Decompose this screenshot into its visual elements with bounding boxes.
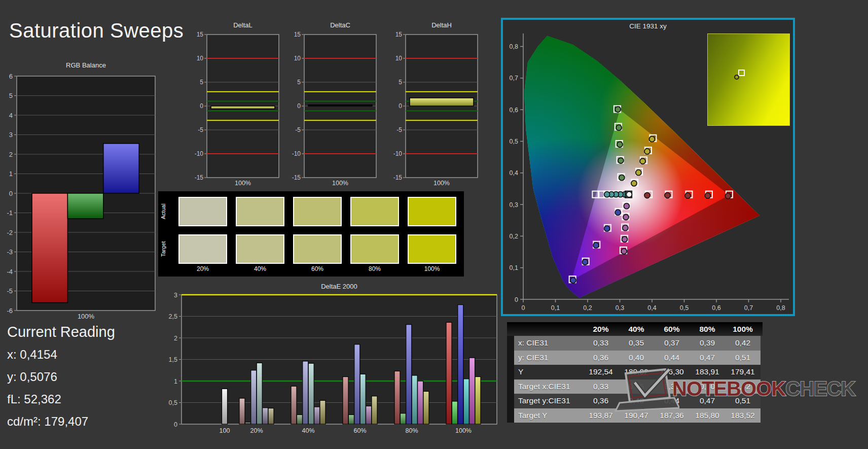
measured-marker — [615, 107, 621, 112]
bar — [291, 386, 297, 424]
column-header: 40% — [619, 322, 654, 336]
tick-label: -5 — [396, 126, 402, 133]
bar — [469, 358, 475, 424]
measured-marker — [649, 136, 655, 142]
tick-label: 4 — [9, 112, 13, 119]
x-tick-label: 0,1 — [551, 304, 560, 312]
y-tick-label: 0,8 — [510, 43, 518, 50]
row-value: 0,39 — [690, 336, 725, 351]
table-row: y: CIE310,360,400,440,470,51 — [507, 351, 763, 365]
y-tick-label: 0,4 — [510, 169, 518, 177]
x-axis-label: 80% — [405, 427, 418, 434]
tick-label: 0 — [297, 102, 301, 110]
measured-marker — [665, 193, 670, 198]
y-tick-label: 0,5 — [510, 138, 518, 145]
tick-label: 10 — [197, 55, 204, 62]
bar — [308, 363, 314, 424]
tick-label: 0,5 — [169, 399, 177, 406]
tick-label: 15 — [197, 31, 204, 38]
tick-label: 10 — [395, 55, 403, 62]
tick-label: 1,5 — [169, 356, 177, 363]
bar — [412, 375, 417, 424]
swatch-percent-label: 20% — [178, 265, 227, 272]
swatch-percent-label: 100% — [408, 265, 456, 272]
column-header: 60% — [654, 322, 690, 336]
row-strip-cell — [507, 336, 514, 351]
row-strip-cell — [507, 351, 514, 365]
delta-c-xlabel: 100% — [304, 180, 376, 187]
measured-marker — [570, 278, 576, 283]
y-tick-label: 0 — [515, 296, 518, 303]
target-swatch-40% — [236, 234, 284, 264]
measured-marker — [725, 193, 731, 199]
rgb-balance-title: RGB Balance — [17, 61, 155, 69]
tick-label: 5 — [399, 79, 402, 86]
bar — [222, 389, 228, 424]
current-reading-cdm2: cd/m²: 179,407 — [7, 415, 115, 429]
row-value: 0,47 — [690, 351, 725, 365]
current-reading-heading: Current Reading — [7, 324, 115, 340]
bar — [297, 415, 302, 424]
x-axis-label: 100% — [455, 427, 472, 434]
tick-label: -4 — [7, 268, 13, 275]
tick-label: 5 — [9, 92, 13, 99]
row-label: x: CIE31 — [514, 336, 583, 351]
delta-l-chart: 151050-5-10-15 — [195, 31, 279, 181]
header-strip-cell — [507, 322, 514, 336]
row-label: Target x:CIE31 — [514, 379, 583, 394]
watermark-notebook: NOTEBOOK — [672, 377, 785, 400]
y-tick-label: 0,1 — [510, 264, 518, 271]
x-tick-label: 0,8 — [776, 304, 785, 312]
actual-swatch-20% — [178, 197, 227, 226]
measured-marker — [636, 170, 641, 176]
measured-marker — [623, 225, 628, 231]
bar — [458, 305, 463, 424]
y-tick-label: 0,7 — [510, 75, 518, 82]
saturation-swatch-panel: ActualTarget20%40%60%80%100% — [158, 191, 464, 277]
row-value: 0,37 — [654, 336, 690, 351]
bar — [314, 407, 320, 424]
tick-label: -15 — [393, 174, 403, 181]
tick-label: 2,5 — [169, 313, 177, 320]
bar-red — [32, 193, 67, 303]
tick-label: 0 — [200, 102, 203, 110]
bar — [360, 374, 366, 424]
tick-label: -3 — [7, 248, 13, 256]
bar — [418, 381, 423, 424]
x-tick-label: 0,4 — [647, 304, 656, 312]
swatch-percent-label: 60% — [293, 265, 342, 272]
bar — [423, 391, 429, 424]
measured-marker — [582, 259, 588, 265]
tick-label: 3 — [174, 292, 177, 299]
y-tick-label: 0,2 — [510, 233, 518, 240]
row-value: 0,40 — [619, 351, 654, 365]
measured-marker — [640, 158, 645, 164]
measured-marker — [705, 193, 710, 198]
page-title: Saturation Sweeps — [9, 19, 184, 42]
bar — [348, 415, 354, 424]
swatch-percent-label: 80% — [350, 265, 399, 272]
current-reading: Current Reading x: 0,4154 y: 0,5076 fL: … — [7, 324, 115, 437]
target-swatch-80% — [350, 234, 399, 264]
tick-label: -5 — [295, 126, 301, 133]
measured-marker — [618, 158, 624, 163]
tick-label: -1 — [7, 209, 13, 217]
bar — [400, 413, 406, 424]
tick-label: -2 — [7, 229, 13, 236]
row-strip-cell — [507, 394, 514, 408]
actual-swatch-100% — [408, 197, 456, 226]
row-strip-cell — [507, 379, 514, 394]
table-header-row: 20%40%60%80%100% — [507, 322, 763, 336]
target-swatch-20% — [178, 234, 227, 264]
bar — [446, 322, 452, 424]
actual-swatch-40% — [236, 197, 284, 226]
tick-label: 5 — [200, 79, 203, 86]
bar — [452, 401, 457, 424]
bar-green — [67, 193, 103, 219]
actual-row-label: Actual — [160, 197, 168, 226]
row-value: 0,36 — [583, 351, 619, 365]
x-tick-label: 0,6 — [712, 304, 720, 312]
y-tick-label: 0,6 — [510, 107, 518, 114]
row-label: Target y:CIE31 — [514, 394, 583, 408]
current-reading-fl: fL: 52,362 — [7, 392, 115, 406]
